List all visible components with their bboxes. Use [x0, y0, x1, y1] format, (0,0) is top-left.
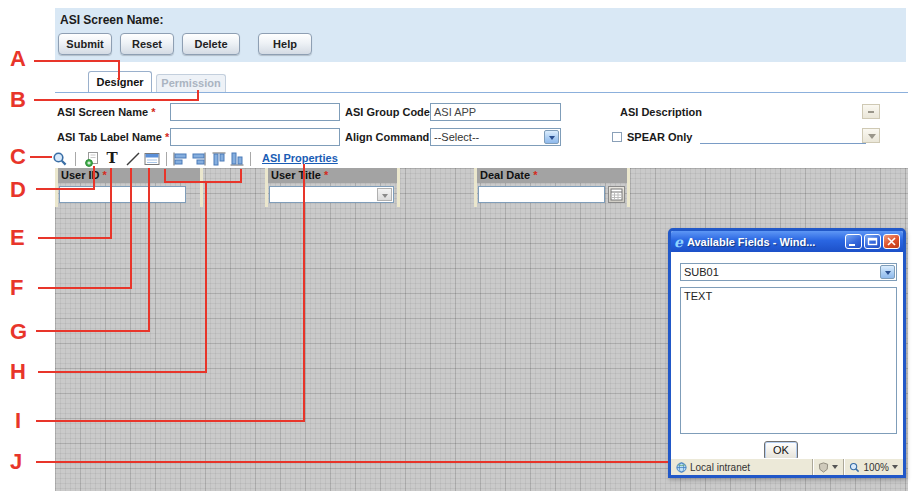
callout-letter-f: F: [10, 277, 23, 299]
window-body: SUB01 TEXT OK: [671, 252, 903, 458]
callout-line-i: [303, 164, 305, 422]
panel-tool-icon[interactable]: [144, 151, 160, 167]
callout-letter-h: H: [10, 361, 26, 383]
field-label: User Title *: [268, 168, 397, 183]
callout-line-a: [118, 60, 120, 80]
line-tool-icon[interactable]: [125, 151, 141, 167]
chevron-down-icon[interactable]: [880, 265, 895, 279]
callout-letter-j: J: [10, 451, 22, 473]
chevron-down-icon: [832, 465, 838, 469]
description-scrollbar[interactable]: [862, 104, 880, 144]
page-title: ASI Screen Name:: [60, 13, 163, 27]
required-marker: *: [103, 169, 107, 181]
callout-line-h: [38, 371, 207, 373]
chevron-down-icon[interactable]: [544, 130, 559, 144]
callout-line-i: [36, 420, 305, 422]
callout-letter-g: G: [10, 321, 27, 343]
add-field-icon[interactable]: [84, 151, 100, 167]
tab-designer[interactable]: Designer: [88, 71, 152, 92]
close-icon[interactable]: [883, 234, 900, 249]
minimize-button[interactable]: [845, 234, 862, 249]
deal-date-input[interactable]: [478, 186, 605, 203]
description-label: ASI Description: [620, 106, 702, 118]
tab-permission[interactable]: Permission: [156, 74, 226, 92]
globe-icon: [676, 462, 687, 473]
spear-only-checkbox[interactable]: [612, 132, 622, 142]
canvas-field-user-title[interactable]: User Title *: [265, 168, 400, 207]
available-fields-list[interactable]: TEXT: [680, 287, 897, 434]
toolbar-separator: [166, 152, 167, 166]
toolbar-separator: [75, 152, 76, 166]
list-item[interactable]: TEXT: [684, 290, 893, 302]
window-title: Available Fields - Wind...: [687, 236, 843, 248]
available-fields-window[interactable]: e Available Fields - Wind... SUB01 TEXT …: [668, 228, 906, 478]
callout-letter-c: C: [10, 146, 26, 168]
callout-line-h: [164, 169, 166, 183]
available-fields-select[interactable]: SUB01: [680, 263, 897, 281]
status-zone: Local intranet: [671, 459, 813, 475]
group-code-label: ASI Group Code: [345, 106, 428, 118]
zoom-icon[interactable]: [52, 151, 68, 167]
required-marker: *: [165, 131, 169, 143]
callout-line-g: [148, 168, 150, 332]
canvas-field-deal-date[interactable]: Deal Date *: [474, 168, 630, 207]
zoom-icon: [849, 462, 860, 473]
callout-line-d: [36, 188, 95, 190]
align-command-select[interactable]: --Select--: [430, 128, 561, 146]
callout-line-h: [164, 181, 242, 183]
callout-line-d: [93, 166, 95, 190]
tab-label-name-input[interactable]: [170, 128, 340, 146]
calendar-icon[interactable]: [608, 186, 625, 203]
scroll-down-button[interactable]: [862, 128, 880, 143]
spear-only-label: SPEAR Only: [627, 131, 692, 143]
callout-line-h: [240, 169, 242, 183]
callout-line-a: [34, 60, 120, 62]
align-bottom-icon[interactable]: [229, 151, 245, 167]
reset-button[interactable]: Reset: [120, 33, 174, 55]
callout-line-h: [205, 182, 207, 373]
spear-only-underline: [700, 143, 866, 144]
callout-letter-i: I: [15, 410, 21, 432]
window-statusbar: Local intranet 100%: [671, 458, 903, 475]
group-code-field: ASI APP: [430, 103, 561, 121]
shield-icon: [818, 462, 829, 473]
user-title-select[interactable]: [269, 186, 394, 203]
callout-line-c: [30, 156, 52, 158]
status-zoom[interactable]: 100%: [844, 459, 903, 475]
callout-letter-b: B: [10, 89, 26, 111]
callout-line-b: [197, 90, 199, 101]
align-right-icon[interactable]: [191, 151, 207, 167]
toolbar-separator: [250, 152, 251, 166]
delete-button[interactable]: Delete: [182, 33, 240, 55]
required-marker: *: [151, 106, 155, 118]
status-protected-mode[interactable]: [813, 459, 844, 475]
internet-explorer-icon: e: [674, 235, 683, 249]
callout-line-e: [110, 168, 112, 239]
submit-button[interactable]: Submit: [58, 33, 112, 55]
text-tool-icon[interactable]: T: [104, 150, 120, 166]
screen-name-label: ASI Screen Name *: [57, 106, 155, 118]
required-marker: *: [324, 169, 328, 181]
tab-underline: [55, 92, 908, 93]
callout-line-f: [130, 168, 132, 289]
callout-line-e: [38, 237, 112, 239]
scroll-up-button[interactable]: [862, 104, 880, 119]
chevron-down-icon: [892, 465, 898, 469]
callout-letter-d: D: [10, 179, 26, 201]
screen-name-input[interactable]: [170, 103, 340, 121]
screenshot-stage: ASI Screen Name: Submit Reset Delete Hel…: [0, 0, 921, 491]
align-left-icon[interactable]: [172, 151, 188, 167]
field-label: Deal Date *: [477, 168, 627, 183]
restore-button[interactable]: [864, 234, 881, 249]
help-button[interactable]: Help: [258, 33, 312, 55]
align-top-icon[interactable]: [211, 151, 227, 167]
required-marker: *: [533, 169, 537, 181]
chevron-down-icon[interactable]: [377, 188, 392, 201]
callout-line-b: [34, 99, 199, 101]
asi-properties-link[interactable]: ASI Properties: [262, 152, 338, 164]
callout-line-j: [36, 461, 668, 463]
callout-line-g: [36, 330, 150, 332]
align-command-label: Align Command: [345, 131, 428, 143]
window-titlebar[interactable]: e Available Fields - Wind...: [671, 231, 903, 252]
callout-letter-a: A: [10, 48, 26, 70]
